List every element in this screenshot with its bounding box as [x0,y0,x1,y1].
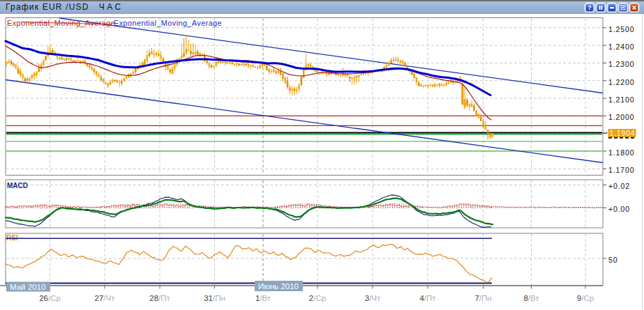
svg-text:9/Ср: 9/Ср [577,294,594,302]
svg-text:Май 2010: Май 2010 [10,283,45,291]
svg-text:3/Чт: 3/Чт [365,294,381,302]
svg-text:1.2100: 1.2100 [608,95,635,104]
svg-text:2/Ср: 2/Ср [309,294,326,302]
svg-text:1.1800: 1.1800 [608,148,635,157]
svg-text:4/Пт: 4/Пт [419,294,436,302]
svg-text:+0.02: +0.02 [608,182,630,190]
svg-text:1.1700: 1.1700 [608,166,635,174]
svg-text:Exponential_Moving_Average: Exponential_Moving_Average [114,19,222,27]
svg-text:1/Вт: 1/Вт [255,294,271,302]
svg-text:27/Чт: 27/Чт [95,294,116,302]
svg-text:1.2400: 1.2400 [608,42,635,51]
svg-text:Июнь 2010: Июнь 2010 [258,282,299,290]
svg-text:8/Вт: 8/Вт [523,294,539,302]
svg-text:1.2200: 1.2200 [608,78,635,86]
svg-text:+0.00: +0.00 [608,205,630,213]
svg-text:1.2000: 1.2000 [608,113,635,121]
svg-text:50: 50 [608,256,617,264]
svg-text:26/Ср: 26/Ср [39,294,61,302]
svg-text:31/Пн: 31/Пн [204,294,225,302]
svg-text:28/Пт: 28/Пт [149,294,170,302]
svg-text:1.2500: 1.2500 [608,25,635,33]
svg-text:MACD: MACD [7,182,28,189]
svg-text:1.2300: 1.2300 [608,60,635,68]
svg-text:7/Пн: 7/Пн [474,294,491,302]
svg-text:1.1904: 1.1904 [610,129,636,137]
